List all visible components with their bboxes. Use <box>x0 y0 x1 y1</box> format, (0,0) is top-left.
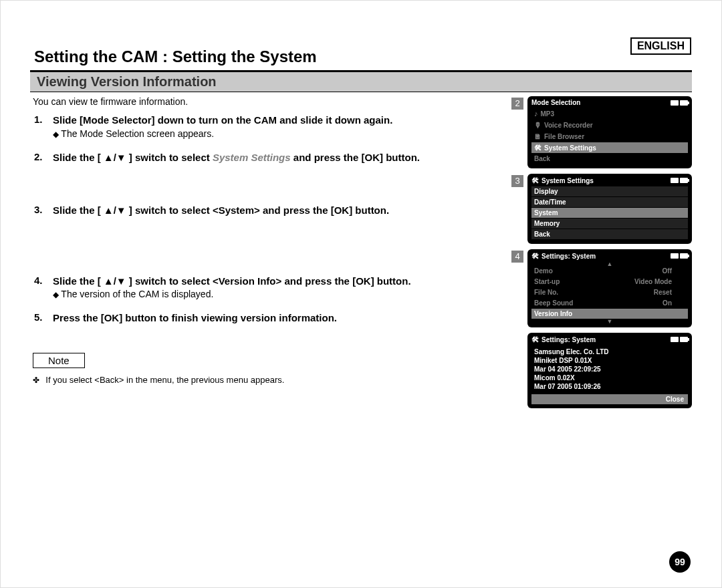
version-line: Mar 07 2005 01:09:26 <box>534 382 685 391</box>
menu-value: Off <box>663 267 672 275</box>
device-screen: 4 🛠Settings: System ▲ DemoOff Start-upVi… <box>511 249 692 327</box>
device-screen: 2 Mode Selection ♪MP3 🎙Voice Recorder 🗎F… <box>511 96 692 168</box>
menu-item: Display <box>531 186 688 196</box>
screen-step-number: 3 <box>511 175 523 187</box>
screen-step-number <box>511 334 523 346</box>
mic-icon: 🎙 <box>534 121 542 129</box>
screen-step-number: 2 <box>511 98 523 110</box>
settings-icon: 🛠 <box>534 144 542 152</box>
menu-value: Video Mode <box>634 278 672 285</box>
step: 4. Slide the [ ▲/▼ ] switch to select <V… <box>34 275 505 300</box>
menu-label: Demo <box>534 267 553 275</box>
version-line: Mar 04 2005 22:09:25 <box>534 365 685 374</box>
menu-label: System Settings <box>544 144 596 152</box>
card-icon <box>671 100 679 106</box>
battery-icon <box>680 100 688 106</box>
file-icon: 🗎 <box>534 132 542 140</box>
menu-item: Memory <box>531 218 688 229</box>
menu-value: Reset <box>654 289 672 296</box>
menu-item: Back <box>531 229 688 239</box>
settings-icon: 🛠 <box>531 176 539 184</box>
step: 2. Slide the [ ▲/▼ ] switch to select Sy… <box>34 151 505 164</box>
menu-label: System <box>534 209 558 216</box>
step-text: Slide the [ ▲/▼ ] switch to select <Vers… <box>53 275 411 287</box>
menu-label: Version Info <box>534 310 572 317</box>
menu-label: Date/Time <box>534 198 566 206</box>
status-icons <box>671 337 688 342</box>
menu-label: MP3 <box>541 110 555 118</box>
step: 1. Slide [Mode Selector] down to turn on… <box>34 114 505 139</box>
language-label: ENGLISH <box>630 37 691 55</box>
menu-label: Start-up <box>534 278 560 285</box>
step-emphasis: System Settings <box>213 152 291 163</box>
screen-title: Settings: System <box>542 336 596 343</box>
screen-step-number: 4 <box>511 251 523 263</box>
step-text: Press the [OK] button to finish viewing … <box>53 312 337 323</box>
page-title: Setting the CAM : Setting the System <box>30 47 692 70</box>
screen-title: System Settings <box>542 177 594 184</box>
device-screen: 3 🛠System Settings Display Date/Time Sys… <box>511 174 692 244</box>
menu-label: Voice Recorder <box>544 122 593 129</box>
card-icon <box>671 253 679 259</box>
status-icons <box>671 253 688 259</box>
menu-value: On <box>663 299 672 307</box>
note-label: Note <box>33 353 85 368</box>
status-icons <box>671 100 688 106</box>
page-number-badge: 99 <box>669 551 691 573</box>
settings-icon: 🛠 <box>531 335 539 343</box>
menu-item: 🗎File Browser <box>531 131 688 142</box>
device-screen: 🛠Settings: System Samsung Elec. Co. LTD … <box>511 333 692 408</box>
menu-item: File No.Reset <box>531 287 688 297</box>
menu-label: File No. <box>534 289 558 296</box>
step-subnote: The version of the CAM is displayed. <box>53 289 505 299</box>
card-icon <box>671 178 679 183</box>
version-info-block: Samsung Elec. Co. LTD Miniket DSP 0.01X … <box>531 345 688 393</box>
menu-item: Start-upVideo Mode <box>531 277 688 287</box>
version-line: Miniket DSP 0.01X <box>534 356 685 365</box>
step-text: and press the [OK] button. <box>291 152 420 163</box>
status-icons <box>671 178 688 183</box>
step: 3. Slide the [ ▲/▼ ] switch to select <S… <box>34 204 505 217</box>
step-text: Slide the [ ▲/▼ ] switch to select <Syst… <box>53 204 389 216</box>
step-subnote: The Mode Selection screen appears. <box>53 128 505 139</box>
battery-icon <box>680 337 688 342</box>
step-number: 5. <box>34 311 53 325</box>
settings-icon: 🛠 <box>531 252 539 260</box>
menu-label: Back <box>534 155 550 162</box>
step-text: Slide [Mode Selector] down to turn on th… <box>53 114 392 126</box>
close-button: Close <box>531 394 688 404</box>
intro-text: You can view te firmware information. <box>33 96 505 107</box>
menu-item-selected: Version Info <box>531 309 688 319</box>
menu-item: Back <box>531 154 688 164</box>
screen-title: Settings: System <box>542 253 596 260</box>
menu-item-selected: System <box>531 208 688 218</box>
menu-item: DemoOff <box>531 266 688 276</box>
step-text: Slide the [ ▲/▼ ] switch to select <box>53 152 213 163</box>
music-icon: ♪ <box>534 110 538 118</box>
screen-title: Mode Selection <box>531 99 580 106</box>
step-number: 2. <box>34 151 53 164</box>
step-number: 3. <box>34 204 53 217</box>
menu-label: Back <box>534 231 550 238</box>
version-line: Samsung Elec. Co. LTD <box>534 347 685 356</box>
note-text: If you select <Back> in the menu, the pr… <box>33 375 505 385</box>
scroll-down-icon: ▼ <box>531 319 688 323</box>
section-title: Viewing Version Information <box>30 70 692 92</box>
battery-icon <box>680 253 688 259</box>
menu-item-selected: 🛠System Settings <box>531 142 688 153</box>
menu-label: Memory <box>534 220 560 227</box>
menu-label: Display <box>534 188 558 195</box>
menu-label: File Browser <box>544 133 584 140</box>
menu-item: ♪MP3 <box>531 108 688 119</box>
step-number: 4. <box>34 275 53 300</box>
menu-item: 🎙Voice Recorder <box>531 120 688 130</box>
menu-label: Beep Sound <box>534 299 573 307</box>
version-line: Micom 0.02X <box>534 374 685 382</box>
menu-item: Beep SoundOn <box>531 298 688 308</box>
battery-icon <box>680 178 688 183</box>
step-number: 1. <box>34 114 53 139</box>
card-icon <box>671 337 679 342</box>
step: 5. Press the [OK] button to finish viewi… <box>34 311 505 325</box>
menu-item: Date/Time <box>531 197 688 207</box>
